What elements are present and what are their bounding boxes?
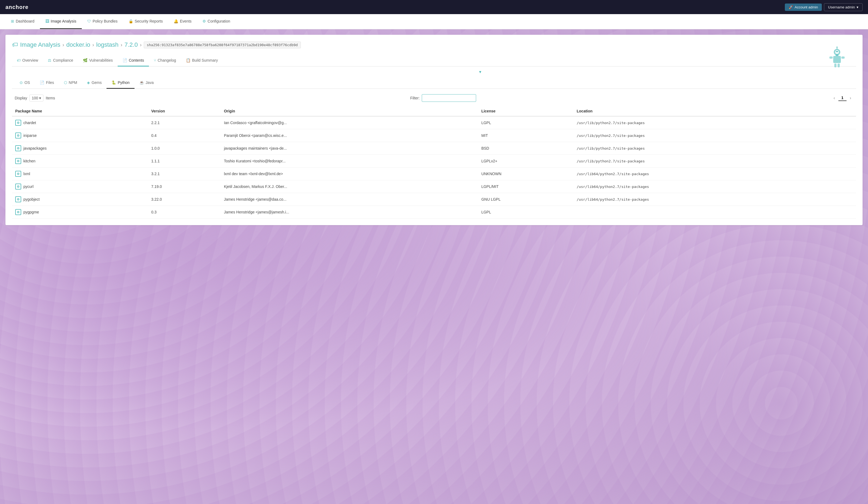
sub-tab-files[interactable]: 📄 Files	[35, 77, 59, 89]
cell-origin: javapackages maintainers <java-de...	[221, 142, 478, 155]
tab-events[interactable]: 🔔 Events	[168, 14, 197, 29]
packages-table: Package Name Version Origin License Loca…	[12, 106, 856, 219]
section-tab-changelog-label: Changelog	[158, 58, 176, 62]
section-tab-changelog[interactable]: ⑂ Changelog	[149, 55, 181, 66]
dropdown-arrow-icon: ▾	[39, 96, 41, 100]
cell-license: LGPLv2+	[478, 155, 574, 168]
prev-page-button[interactable]: ‹	[831, 94, 837, 102]
cell-package-name: pycurl	[12, 180, 148, 193]
lock-icon: 🔒	[128, 19, 133, 23]
package-icon	[15, 145, 21, 151]
package-icon	[15, 133, 21, 138]
section-tab-build-summary[interactable]: 📋 Build Summary	[181, 55, 223, 66]
sub-tab-gems[interactable]: ◈ Gems	[82, 77, 106, 89]
package-icon	[15, 209, 21, 215]
account-button[interactable]: 🚀 Account admin	[785, 3, 822, 11]
col-license: License	[478, 106, 574, 116]
breadcrumb-sep3: ›	[121, 42, 122, 48]
breadcrumb-tag[interactable]: 7.2.0	[124, 41, 138, 48]
package-name-text: chardet	[23, 120, 36, 125]
section-tabs: 🏷 Overview ⚖ Compliance 🌿 Vulnerabilitie…	[12, 55, 856, 66]
svg-point-16	[18, 161, 19, 161]
svg-point-13	[18, 123, 19, 123]
package-name-wrapper: pygpgme	[15, 209, 145, 215]
sub-tab-npm-label: NPM	[69, 80, 77, 85]
package-name-text: kitchen	[23, 159, 35, 163]
build-summary-icon: 📋	[186, 58, 190, 62]
robot-mascot	[826, 47, 848, 71]
cell-origin: Ian Cordasco <graffatcolmingov@g...	[221, 116, 478, 129]
package-name-text: iniparse	[23, 133, 37, 138]
cell-package-name: lxml	[12, 168, 148, 180]
svg-point-1	[835, 50, 839, 54]
svg-rect-6	[833, 56, 841, 63]
sub-tab-java[interactable]: ☕ Java	[135, 77, 159, 89]
package-name-text: pygpgme	[23, 210, 39, 214]
gear-small-icon	[17, 147, 20, 150]
sub-tab-files-label: Files	[46, 80, 54, 85]
gear-small-icon	[17, 134, 20, 137]
breadcrumb-sep1: ›	[62, 42, 64, 48]
next-page-button[interactable]: ›	[848, 94, 853, 102]
tab-configuration[interactable]: ⚙ Configuration	[197, 14, 236, 29]
svg-rect-7	[829, 56, 833, 59]
breadcrumb: 🏷 Image Analysis › docker.io › logstash …	[12, 41, 856, 48]
files-icon: 📄	[40, 80, 44, 85]
breadcrumb-image-analysis[interactable]: Image Analysis	[20, 41, 60, 48]
svg-point-14	[18, 135, 19, 136]
table-row: pycurl 7.19.0Kjetil Jacobsen, Markus F.X…	[12, 180, 856, 193]
tab-dashboard[interactable]: ⊞ Dashboard	[6, 14, 40, 29]
section-tab-overview[interactable]: 🏷 Overview	[12, 55, 43, 66]
svg-point-2	[836, 51, 837, 52]
svg-point-5	[836, 47, 838, 48]
package-icon	[15, 171, 21, 177]
svg-rect-8	[841, 56, 845, 59]
cell-location: /usr/lib64/python2.7/site-packages	[574, 180, 856, 193]
cell-version: 0.3	[148, 206, 221, 219]
table-controls: Display 100 ▾ Items Filter: ‹ 1 ›	[12, 94, 856, 102]
package-name-wrapper: kitchen	[15, 158, 145, 164]
cell-location: /usr/lib/python2.7/site-packages	[574, 142, 856, 155]
sub-tab-python[interactable]: 🐍 Python	[106, 77, 135, 89]
cell-origin: Toshio Kuratomi <toshio@fedorapr...	[221, 155, 478, 168]
table-row: chardet 2.2.1Ian Cordasco <graffatcolmin…	[12, 116, 856, 129]
display-count-select[interactable]: 100 ▾	[29, 94, 43, 102]
table-header-row: Package Name Version Origin License Loca…	[12, 106, 856, 116]
main-content: 🏷 Image Analysis › docker.io › logstash …	[0, 29, 868, 231]
breadcrumb-repo[interactable]: logstash	[96, 41, 118, 48]
top-tab-bar: ⊞ Dashboard 🖼 Image Analysis 🛡 Policy Bu…	[0, 14, 868, 29]
sub-tab-npm[interactable]: ⬡ NPM	[59, 77, 82, 89]
table-row: pygobject 3.22.0James Henstridge <james@…	[12, 193, 856, 206]
tab-policy-bundles[interactable]: 🛡 Policy Bundles	[82, 14, 123, 29]
bell-icon: 🔔	[174, 19, 178, 23]
cell-license: LGPL	[478, 206, 574, 219]
filter-input[interactable]	[422, 94, 476, 102]
cell-location: /usr/lib/python2.7/site-packages	[574, 129, 856, 142]
cell-location: /usr/lib64/python2.7/site-packages	[574, 193, 856, 206]
breadcrumb-registry[interactable]: docker.io	[66, 41, 90, 48]
svg-point-19	[18, 199, 19, 200]
username-button[interactable]: Username admin ▾	[824, 3, 862, 11]
sub-tab-os[interactable]: ⊙ OS	[15, 77, 35, 89]
tab-configuration-label: Configuration	[208, 19, 230, 23]
cell-location	[574, 206, 856, 219]
cell-origin: James Henstridge <james@jamesh.i...	[221, 206, 478, 219]
package-name-text: pygobject	[23, 197, 40, 201]
cell-origin: Kjetil Jacobsen, Markus F.X.J. Ober...	[221, 180, 478, 193]
section-tab-compliance[interactable]: ⚖ Compliance	[43, 55, 78, 66]
cell-location: /usr/lib/python2.7/site-packages	[574, 116, 856, 129]
tab-image-analysis[interactable]: 🖼 Image Analysis	[40, 14, 82, 29]
cell-license: UNKNOWN	[478, 168, 574, 180]
sub-tab-gems-label: Gems	[92, 80, 102, 85]
account-label: Account admin	[795, 5, 818, 9]
npm-icon: ⬡	[64, 80, 67, 85]
section-tab-vulnerabilities[interactable]: 🌿 Vulnerabilities	[78, 55, 118, 66]
section-tab-contents[interactable]: 📄 Contents	[118, 55, 149, 66]
package-icon	[15, 196, 21, 202]
cell-location: /usr/lib/python2.7/site-packages	[574, 155, 856, 168]
current-page: 1	[838, 95, 847, 101]
changelog-icon: ⑂	[154, 58, 156, 62]
cell-package-name: chardet	[12, 116, 148, 129]
tab-security-reports[interactable]: 🔒 Security Reports	[123, 14, 168, 29]
cell-version: 3.22.0	[148, 193, 221, 206]
